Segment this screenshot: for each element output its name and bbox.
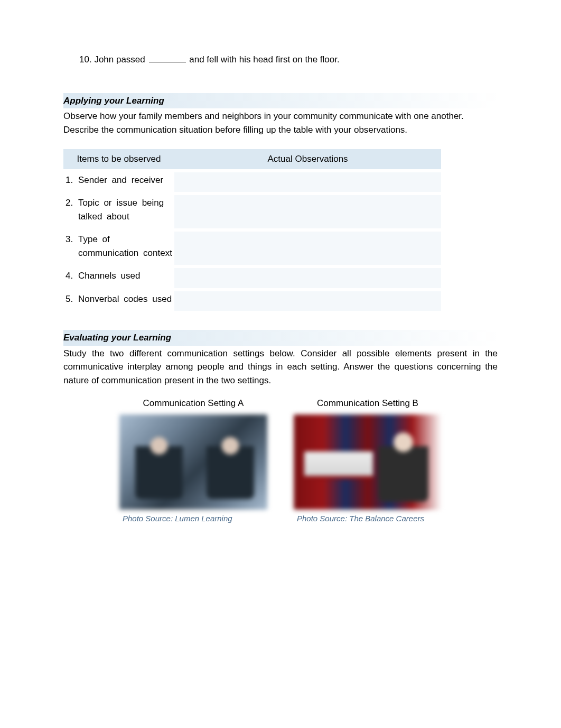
setting-b-image — [294, 414, 442, 510]
table-row: 2. Topic or issue being talked about — [63, 195, 441, 228]
applying-heading: Applying your Learning — [63, 93, 498, 109]
table-row: 1. Sender and receiver — [63, 172, 441, 192]
settings-row: Communication Setting A Photo Source: Lu… — [63, 397, 498, 524]
table-row: 3. Type of communication context — [63, 232, 441, 265]
observation-cell[interactable] — [174, 268, 441, 288]
item-text: Sender and receiver — [78, 173, 172, 187]
fill-blank[interactable] — [149, 62, 186, 62]
evaluating-intro: Study the two different communication se… — [63, 347, 498, 388]
question-text-before: John passed — [94, 54, 145, 64]
item-number: 2. — [66, 196, 78, 223]
question-text-after: and fell with his head first on the floo… — [189, 54, 339, 64]
item-cell: 4. Channels used — [63, 268, 174, 288]
item-text: Type of communication context — [78, 233, 172, 260]
setting-a-label: Communication Setting A — [143, 397, 244, 410]
item-text: Nonverbal codes used — [78, 292, 172, 306]
setting-b-label: Communication Setting B — [317, 397, 418, 410]
item-cell: 2. Topic or issue being talked about — [63, 195, 174, 228]
item-cell: 5. Nonverbal codes used — [63, 291, 174, 311]
evaluating-section: Evaluating your Learning Study the two d… — [63, 330, 498, 524]
table-row: 4. Channels used — [63, 268, 441, 288]
setting-a-image — [119, 414, 267, 510]
item-number: 1. — [66, 173, 78, 187]
observation-cell[interactable] — [174, 232, 441, 265]
applying-section: Applying your Learning Observe how your … — [63, 93, 498, 315]
item-number: 5. — [66, 292, 78, 306]
item-number: 4. — [66, 269, 78, 283]
observation-cell[interactable] — [174, 172, 441, 192]
item-text: Channels used — [78, 269, 172, 283]
setting-a-caption: Photo Source: Lumen Learning — [123, 513, 232, 525]
observation-cell[interactable] — [174, 291, 441, 311]
question-10: 10. John passed and fell with his head f… — [79, 53, 498, 67]
setting-a-column: Communication Setting A Photo Source: Lu… — [119, 397, 267, 524]
setting-b-column: Communication Setting B Photo Source: Th… — [294, 397, 442, 524]
observations-table: Items to be observed Actual Observations… — [63, 146, 441, 314]
evaluating-heading: Evaluating your Learning — [63, 330, 498, 346]
item-text: Topic or issue being talked about — [78, 196, 172, 223]
question-number: 10. — [79, 54, 92, 64]
applying-intro: Observe how your family members and neig… — [63, 109, 498, 136]
table-row: 5. Nonverbal codes used — [63, 291, 441, 311]
table-header-items: Items to be observed — [63, 149, 174, 169]
item-cell: 1. Sender and receiver — [63, 172, 174, 192]
observation-cell[interactable] — [174, 195, 441, 228]
table-header-observations: Actual Observations — [174, 149, 441, 169]
item-number: 3. — [66, 233, 78, 260]
item-cell: 3. Type of communication context — [63, 232, 174, 265]
setting-b-caption: Photo Source: The Balance Careers — [297, 513, 424, 525]
